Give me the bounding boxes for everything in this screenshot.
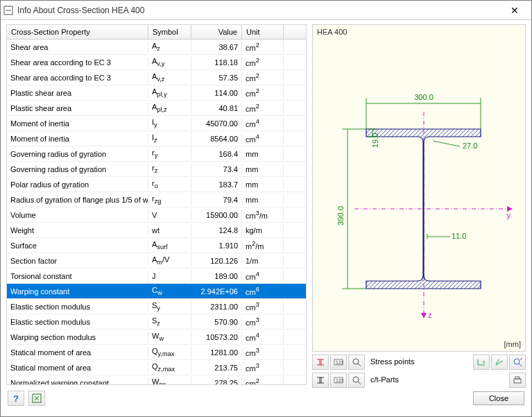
cell-property: Polar radius of gyration: [7, 179, 148, 190]
cell-value: 10573.20: [191, 332, 242, 343]
window-title: Info About Cross-Section HEA 400: [17, 6, 501, 15]
svg-point-32: [353, 377, 359, 382]
btn-zoom2-icon[interactable]: [348, 373, 365, 388]
table-row[interactable]: Normalized warping constantWno278.25cm2: [7, 375, 306, 384]
cell-property: Plastic shear area: [7, 103, 148, 114]
table-row[interactable]: Warping constantCw2.942E+06cm6: [7, 284, 306, 299]
table-row[interactable]: Polar radius of gyrationro183.7mm: [7, 177, 306, 192]
cell-symbol: Av,z: [148, 71, 191, 84]
dim-web: 11.0: [452, 232, 466, 240]
cell-symbol: Az: [148, 40, 191, 53]
col-header-property[interactable]: Cross-Section Property: [7, 25, 148, 39]
table-row[interactable]: Moment of inertiaIy45070.00cm4: [7, 116, 306, 131]
table-row[interactable]: Statical moment of areaQz,max213.75cm3: [7, 360, 306, 375]
cell-symbol: Ww: [148, 330, 191, 343]
window-close-button[interactable]: ✕: [501, 1, 529, 19]
cell-symbol: Qz,max: [148, 361, 191, 374]
cell-symbol: Wno: [148, 376, 191, 384]
preview-panel: HEA 400 [mm] y z: [312, 24, 526, 388]
cell-symbol: Sz: [148, 315, 191, 328]
dim-radius: 27.0: [463, 142, 477, 150]
cell-unit: cm2: [242, 376, 284, 384]
btn-zoom-icon[interactable]: [348, 355, 365, 370]
close-button[interactable]: Close: [473, 391, 524, 405]
svg-text:123: 123: [336, 360, 343, 365]
col-header-unit[interactable]: Unit: [242, 25, 284, 39]
svg-line-33: [358, 382, 361, 384]
btn-print-icon[interactable]: [509, 355, 526, 370]
dim-height: 390.0: [336, 206, 345, 225]
cell-property: Elastic section modulus: [7, 301, 148, 312]
table-row[interactable]: Governing radius of gyrationry168.4mm: [7, 146, 306, 162]
cell-value: 73.4: [191, 164, 242, 175]
cell-symbol: Am/V: [148, 254, 191, 267]
cell-unit: cm2: [242, 101, 284, 114]
table-row[interactable]: VolumeV15900.00cm3/m: [7, 207, 306, 223]
col-header-value[interactable]: Value: [191, 25, 242, 39]
btn-red-section-icon[interactable]: [312, 355, 329, 370]
btn-printer-icon[interactable]: [509, 373, 526, 388]
cell-unit: mm: [242, 179, 284, 190]
table-row[interactable]: Statical moment of areaQy,max1281.00cm3: [7, 345, 306, 360]
cell-unit: cm2: [242, 56, 284, 69]
cell-symbol: ry: [148, 147, 191, 160]
preview-label: HEA 400: [317, 28, 347, 36]
btn-values2-icon[interactable]: 123: [330, 373, 347, 388]
cell-property: Statical moment of area: [7, 362, 148, 373]
cell-property: Radius of gyration of flange plus 1/5 of…: [7, 194, 148, 205]
table-row[interactable]: Elastic section modulusSz570.90cm3: [7, 314, 306, 330]
cell-value: 2.942E+06: [191, 286, 242, 297]
table-row[interactable]: Weightwt124.8kg/m: [7, 223, 306, 238]
table-header: Cross-Section Property Symbol Value Unit: [7, 25, 306, 40]
col-header-symbol[interactable]: Symbol: [148, 25, 191, 39]
section-preview[interactable]: HEA 400 [mm] y z: [312, 24, 526, 352]
cell-property: Shear area according to EC 3: [7, 72, 148, 83]
cell-property: Statical moment of area: [7, 347, 148, 358]
table-row[interactable]: Elastic section modulusSy2311.00cm3: [7, 299, 306, 314]
svg-point-20: [353, 359, 359, 364]
cell-property: Governing radius of gyration: [7, 148, 148, 160]
table-row[interactable]: Shear area according to EC 3Av,y118.18cm…: [7, 55, 306, 70]
dim-flange: 19.0: [371, 133, 379, 148]
table-row[interactable]: SurfaceAsurf1.910m2/m: [7, 238, 306, 253]
table-row[interactable]: Shear area according to EC 3Av,z57.35cm2: [7, 70, 306, 85]
cell-unit: cm2: [242, 40, 284, 53]
table-row[interactable]: Moment of inertiaIz8564.00cm4: [7, 131, 306, 146]
cell-property: Governing radius of gyration: [7, 164, 148, 175]
cell-value: 114.00: [191, 87, 242, 99]
cell-value: 15900.00: [191, 210, 242, 221]
cell-property: Normalized warping constant: [7, 377, 148, 385]
help-button[interactable]: ?: [8, 391, 24, 406]
dialog-footer: ? Close: [1, 388, 531, 410]
table-row[interactable]: Radius of gyration of flange plus 1/5 of…: [7, 192, 306, 207]
table-body[interactable]: Shear areaAz38.67cm2Shear area according…: [7, 40, 306, 384]
table-row[interactable]: Plastic shear areaApl,z40.81cm2: [7, 101, 306, 116]
svg-marker-5: [421, 313, 427, 318]
table-row[interactable]: Plastic shear areaApl,y114.00cm2: [7, 85, 306, 101]
cell-property: Moment of inertia: [7, 133, 148, 144]
cell-symbol: Cw: [148, 284, 191, 298]
cell-property: Section factor: [7, 255, 148, 266]
btn-axes-xy-icon[interactable]: x: [473, 355, 490, 370]
label-stress-points: Stress points: [366, 355, 419, 370]
svg-line-21: [358, 364, 361, 366]
section-drawing: y z 300.0 19.0: [327, 91, 514, 320]
table-row[interactable]: Section factorAm/V120.1261/m: [7, 253, 306, 269]
export-excel-button[interactable]: [28, 391, 45, 406]
svg-line-28: [519, 364, 522, 366]
table-row[interactable]: Warping section modulusWw10573.20cm4: [7, 330, 306, 345]
table-row[interactable]: Governing radius of gyrationrz73.4mm: [7, 162, 306, 177]
cell-symbol: ro: [148, 178, 191, 191]
preview-toolbar-row2: 123 c/t-Parts: [312, 370, 526, 388]
cell-value: 1281.00: [191, 347, 242, 358]
btn-axes-tool-icon[interactable]: [491, 355, 508, 370]
table-row[interactable]: Shear areaAz38.67cm2: [7, 40, 306, 55]
dim-width: 300.0: [414, 93, 434, 101]
cell-symbol: rz: [148, 162, 191, 176]
table-row[interactable]: Torsional constantJ189.00cm4: [7, 269, 306, 284]
btn-black-section-icon[interactable]: [312, 373, 329, 388]
cell-value: 2311.00: [191, 301, 242, 312]
btn-values-icon[interactable]: 123: [330, 355, 347, 370]
label-ct-parts: c/t-Parts: [366, 373, 403, 388]
properties-panel: Cross-Section Property Symbol Value Unit…: [6, 24, 307, 388]
